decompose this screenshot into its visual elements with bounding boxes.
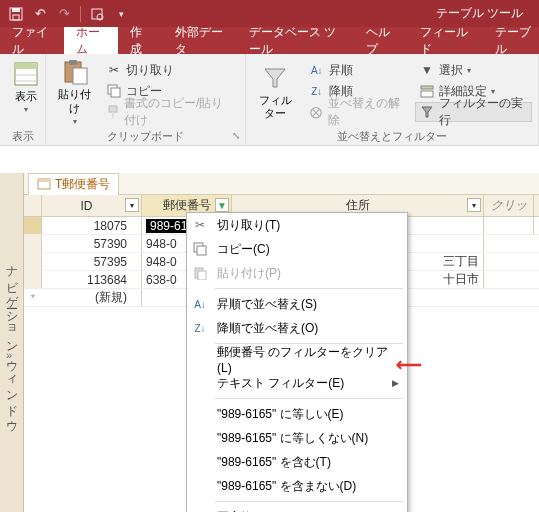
- tab-table[interactable]: テーブル: [483, 27, 539, 54]
- cell-click[interactable]: [484, 217, 534, 234]
- menu-label: 貼り付け(P): [217, 265, 399, 282]
- menu-label: 切り取り(T): [217, 217, 399, 234]
- row-selector[interactable]: [24, 235, 42, 252]
- sort-asc-button[interactable]: A↓ 昇順: [305, 60, 409, 80]
- toggle-filter-label: フィルターの実行: [439, 95, 527, 129]
- menu-copy[interactable]: コピー(C): [187, 237, 407, 261]
- selection-icon: ▼: [419, 62, 435, 78]
- row-selector[interactable]: [24, 271, 42, 288]
- column-header-id[interactable]: ID ▾: [42, 195, 142, 216]
- tab-home[interactable]: ホーム: [64, 27, 118, 54]
- menu-separator: [215, 288, 403, 289]
- tab-create[interactable]: 作成: [118, 27, 162, 54]
- menu-label: "989-6165" に等しい(E): [217, 406, 399, 423]
- funnel-small-icon: [420, 104, 435, 120]
- contextual-tab-label: テーブル ツール: [436, 5, 533, 22]
- column-dropdown-icon[interactable]: ▾: [467, 198, 481, 212]
- menu-text-filters[interactable]: テキスト フィルター(E) ▶: [187, 371, 407, 395]
- clipboard-launcher[interactable]: ⤡: [229, 130, 243, 144]
- paste-label: 貼り付け: [54, 88, 96, 114]
- new-record-label: (新規): [42, 289, 142, 306]
- paste-icon: [191, 264, 209, 282]
- cell-id[interactable]: 57390: [42, 235, 142, 252]
- menu-sort-desc[interactable]: Z↓ 降順で並べ替え(O): [187, 316, 407, 340]
- menu-sort-asc[interactable]: A↓ 昇順で並べ替え(S): [187, 292, 407, 316]
- shutter-open-icon[interactable]: »: [6, 349, 12, 361]
- select-all-cell[interactable]: [24, 195, 42, 216]
- remove-sort-icon: ⨂: [309, 104, 324, 120]
- sort-asc-icon: A↓: [191, 295, 209, 313]
- row-selector[interactable]: [24, 217, 42, 234]
- cell-id[interactable]: 18075: [42, 217, 142, 234]
- menu-label: 昇順で並べ替え(S): [217, 296, 399, 313]
- svg-rect-23: [198, 271, 206, 280]
- sort-asc-icon: A↓: [309, 62, 325, 78]
- cut-button[interactable]: ✂ 切り取り: [102, 60, 239, 80]
- scissors-icon: ✂: [191, 216, 209, 234]
- format-painter-button: 書式のコピー/貼り付け: [102, 102, 239, 122]
- save-icon[interactable]: [6, 4, 26, 24]
- filter-button[interactable]: フィルター: [252, 58, 299, 126]
- view-button[interactable]: 表示 ▾: [6, 58, 46, 116]
- document-tab-title: T郵便番号: [55, 176, 110, 193]
- clipboard-group-label: クリップボード: [46, 129, 245, 144]
- svg-rect-17: [421, 91, 433, 97]
- menu-label: 再変換(V): [217, 509, 399, 513]
- menu-not-contains[interactable]: "989-6165" を含まない(D): [187, 474, 407, 498]
- menu-cut[interactable]: ✂ 切り取り(T): [187, 213, 407, 237]
- sort-desc-icon: Z↓: [191, 319, 209, 337]
- menu-not-equals[interactable]: "989-6165" に等しくない(N): [187, 426, 407, 450]
- qat-separator: [80, 6, 81, 22]
- menu-separator: [215, 501, 403, 502]
- paste-button[interactable]: 貼り付け ▾: [52, 58, 98, 126]
- selection-label: 選択: [439, 62, 463, 79]
- redo-icon[interactable]: ↷: [54, 4, 74, 24]
- tab-external-data[interactable]: 外部データ: [163, 27, 237, 54]
- selection-button[interactable]: ▼ 選択 ▾: [415, 60, 532, 80]
- tab-fields[interactable]: フィールド: [408, 27, 482, 54]
- remove-sort-button: ⨂ 並べ替えの解除: [305, 102, 409, 122]
- nav-pane-title: ナビゲーション ウィンドウ: [3, 257, 20, 427]
- funnel-icon: [261, 64, 289, 92]
- blank-icon: [191, 477, 209, 495]
- tab-file[interactable]: ファイル: [0, 27, 64, 54]
- column-label: ID: [81, 199, 93, 213]
- copy-icon: [191, 240, 209, 258]
- sort-desc-icon: Z↓: [309, 83, 325, 99]
- chevron-down-icon: ▾: [467, 66, 471, 75]
- column-label: クリッ: [491, 197, 527, 214]
- toggle-filter-button[interactable]: フィルターの実行: [415, 102, 532, 122]
- tab-help[interactable]: ヘルプ: [354, 27, 408, 54]
- column-dropdown-icon[interactable]: ▾: [125, 198, 139, 212]
- document-tab[interactable]: T郵便番号: [28, 173, 119, 195]
- menu-label: テキスト フィルター(E): [217, 375, 384, 392]
- menu-equals[interactable]: "989-6165" に等しい(E): [187, 402, 407, 426]
- menu-label: "989-6165" を含まない(D): [217, 478, 399, 495]
- qat-customize-icon[interactable]: ▾: [111, 4, 131, 24]
- menu-contains[interactable]: "989-6165" を含む(T): [187, 450, 407, 474]
- svg-rect-11: [73, 68, 87, 84]
- sort-filter-group-label: 並べ替えとフィルター: [246, 129, 538, 144]
- print-preview-icon[interactable]: [87, 4, 107, 24]
- blank-icon: [191, 405, 209, 423]
- blank-icon: [191, 429, 209, 447]
- undo-icon[interactable]: ↶: [30, 4, 50, 24]
- tab-database-tools[interactable]: データベース ツール: [237, 27, 354, 54]
- funnel-indicator-icon: ▼: [217, 200, 227, 211]
- menu-label: "989-6165" に等しくない(N): [217, 430, 399, 447]
- menu-clear-filter[interactable]: 郵便番号 のフィルターをクリア(L): [187, 347, 407, 371]
- cell-id[interactable]: 113684: [42, 271, 142, 288]
- column-filter-icon[interactable]: ▼: [215, 198, 229, 212]
- blank-icon: [191, 374, 209, 392]
- advanced-icon: [419, 83, 435, 99]
- svg-rect-16: [421, 86, 433, 89]
- new-record-icon: *: [24, 289, 42, 306]
- column-header-click[interactable]: クリッ: [484, 195, 534, 216]
- ribbon: 表示 ▾ 表示 貼り付け ▾ ✂ 切り取り: [0, 54, 539, 146]
- sort-asc-label: 昇順: [329, 62, 353, 79]
- cell-id[interactable]: 57395: [42, 253, 142, 270]
- navigation-pane[interactable]: » ナビゲーション ウィンドウ: [0, 173, 24, 512]
- row-selector[interactable]: [24, 253, 42, 270]
- chevron-down-icon: ▾: [73, 117, 77, 126]
- menu-reconvert[interactable]: 再変換(V): [187, 505, 407, 512]
